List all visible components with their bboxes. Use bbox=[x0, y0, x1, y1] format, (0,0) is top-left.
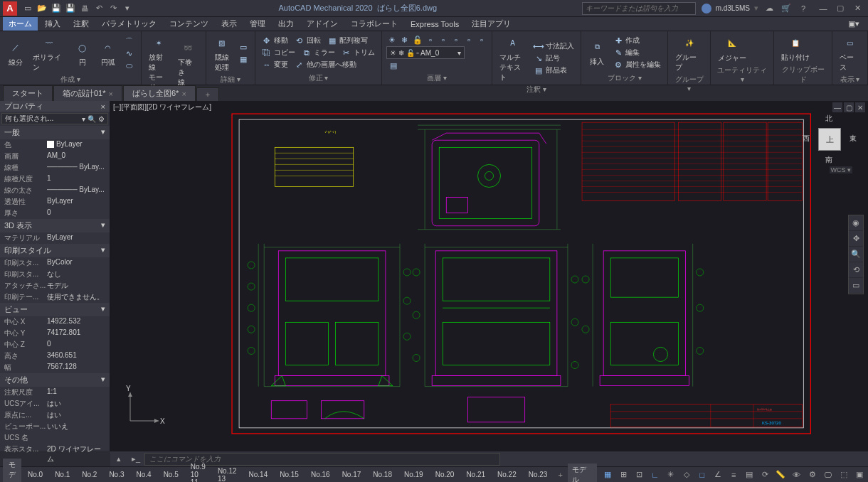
base-button[interactable]: ▭ベース bbox=[837, 33, 863, 74]
prop-row[interactable]: 幅7567.128 bbox=[0, 362, 110, 373]
prop-section-2[interactable]: 印刷スタイル▾ bbox=[0, 244, 110, 257]
prop-row[interactable]: 線の太さ────── ByLay... bbox=[0, 185, 110, 196]
nav-wheel-icon[interactable]: ◉ bbox=[849, 215, 863, 231]
prop-row[interactable]: 印刷スタ...ByColor bbox=[0, 257, 110, 269]
text-button[interactable]: Aマルチテキスト bbox=[497, 33, 529, 84]
qat-undo-icon[interactable]: ↶ bbox=[92, 2, 105, 15]
layout-tab-10[interactable]: No.15 bbox=[274, 469, 305, 480]
create-button[interactable]: ✚作成 bbox=[611, 35, 642, 46]
stretch-button[interactable]: ↔変更 bbox=[260, 59, 290, 70]
panel-label[interactable]: ユーティリティ ▾ bbox=[715, 65, 769, 83]
document-tab-0[interactable]: スタート bbox=[3, 85, 53, 101]
hatch-icon[interactable]: ▦ bbox=[236, 54, 250, 65]
prop-row[interactable]: 原点に...はい bbox=[0, 409, 110, 421]
layer-state-icon-5[interactable]: ▫ bbox=[450, 34, 462, 45]
layout-tab-7[interactable]: No.9 10 11 bbox=[185, 461, 211, 482]
layout-tab-5[interactable]: No.4 bbox=[131, 469, 157, 480]
transparency-icon[interactable]: ▤ bbox=[742, 468, 757, 481]
layout-tab-4[interactable]: No.3 bbox=[103, 469, 129, 480]
annoscale-icon[interactable]: 📏 bbox=[773, 468, 788, 481]
ribbon-tab-3[interactable]: パラメトリック bbox=[96, 17, 162, 31]
ribbon-tab-2[interactable]: 注釈 bbox=[68, 17, 95, 31]
measure-button[interactable]: 📐メジャー bbox=[715, 33, 749, 65]
prop-row[interactable]: 中心 Z0 bbox=[0, 339, 110, 350]
qat-new-icon[interactable]: ▭ bbox=[21, 2, 34, 15]
qat-redo-icon[interactable]: ↷ bbox=[107, 2, 120, 15]
layout-tab-17[interactable]: No.22 bbox=[492, 469, 522, 480]
help-icon[interactable]: ? bbox=[797, 2, 810, 15]
scale-button[interactable]: ⤢他の画層へ移動 bbox=[292, 59, 359, 70]
nav-showmotion-icon[interactable]: ▭ bbox=[849, 278, 863, 294]
line-button[interactable]: ／線分 bbox=[4, 38, 27, 69]
layer-props-button[interactable]: ▤ bbox=[386, 60, 487, 71]
panel-label[interactable]: グループ ▾ bbox=[672, 74, 706, 92]
edit-button[interactable]: ✎編集 bbox=[611, 47, 642, 58]
rect-icon[interactable]: ▭ bbox=[236, 42, 250, 53]
layer-dropdown[interactable]: ☀ ❄ 🔓 ▫ AM_0 ▾ bbox=[386, 46, 465, 59]
ribbon-collapse-icon[interactable]: ▣▾ bbox=[842, 18, 865, 30]
viewport-label[interactable]: [−][平面図][2D ワイヤフレーム] bbox=[113, 102, 211, 112]
layout-tab-8[interactable]: No.12 13 bbox=[212, 466, 243, 483]
prop-section-1[interactable]: 3D 表示▾ bbox=[0, 219, 110, 232]
polar-toggle-icon[interactable]: ✳ bbox=[663, 468, 678, 481]
prop-section-4[interactable]: その他▾ bbox=[0, 373, 110, 387]
prop-row[interactable]: 透過性ByLayer bbox=[0, 196, 110, 208]
lwt-toggle-icon[interactable]: ≡ bbox=[726, 468, 741, 481]
table-button[interactable]: ▤部品表 bbox=[531, 65, 569, 76]
move-button[interactable]: ✥移動 bbox=[260, 35, 290, 46]
close-button[interactable]: ✕ bbox=[850, 2, 865, 15]
properties-close-icon[interactable]: × bbox=[101, 102, 105, 111]
prop-row[interactable]: 中心 Y74172.801 bbox=[0, 328, 110, 339]
arc-button[interactable]: ◠円弧 bbox=[97, 38, 120, 69]
layer-state-icon-2[interactable]: 🔓 bbox=[412, 34, 423, 45]
minimize-button[interactable]: — bbox=[815, 2, 831, 15]
app-logo[interactable]: A bbox=[3, 1, 17, 16]
layout-tab-11[interactable]: No.16 bbox=[305, 469, 336, 480]
spiral-button[interactable]: ➿下巻き線 bbox=[175, 38, 201, 89]
mirror-button[interactable]: ⧉ミラー bbox=[300, 47, 337, 58]
search-input[interactable] bbox=[582, 2, 696, 15]
prop-section-0[interactable]: 一般▾ bbox=[0, 126, 110, 139]
rotate-button[interactable]: ⟲回転 bbox=[292, 35, 323, 46]
qat-plot-icon[interactable]: 🖶 bbox=[78, 2, 91, 15]
quickprops-icon[interactable]: ▣ bbox=[852, 468, 867, 481]
viewport-minimize-icon[interactable]: — bbox=[832, 102, 842, 112]
layout-tab-9[interactable]: No.14 bbox=[243, 469, 274, 480]
drawing-viewport[interactable]: [−][平面図][2D ワイヤフレーム] — ▢ ✕ bbox=[110, 101, 868, 451]
layout-tab-6[interactable]: No.5 bbox=[158, 469, 184, 480]
layout-tab-2[interactable]: No.1 bbox=[49, 469, 75, 480]
tab-close-icon[interactable]: × bbox=[109, 90, 113, 98]
paste-button[interactable]: 📋貼り付け bbox=[778, 33, 813, 64]
layout-tab-15[interactable]: No.20 bbox=[430, 469, 460, 480]
prop-row[interactable]: マテリアルByLayer bbox=[0, 232, 110, 244]
annovis-icon[interactable]: 👁 bbox=[789, 468, 804, 481]
ribbon-tab-1[interactable]: 挿入 bbox=[39, 17, 66, 31]
ribbon-tab-4[interactable]: コンテンツ bbox=[164, 17, 214, 31]
layout-tab-14[interactable]: No.19 bbox=[398, 469, 429, 480]
layout-tab-0[interactable]: モデル bbox=[3, 459, 21, 483]
leader-button[interactable]: ↘記号 bbox=[531, 53, 562, 64]
layout-tab-18[interactable]: No.23 bbox=[523, 469, 554, 480]
ribbon-tab-5[interactable]: 表示 bbox=[216, 17, 243, 31]
layer-state-icon-7[interactable]: ▫ bbox=[476, 34, 487, 45]
fillet-button[interactable]: ✂トリム bbox=[339, 47, 377, 58]
group-button[interactable]: ✨グループ bbox=[672, 33, 706, 74]
prop-row[interactable]: ビューポー...いいえ bbox=[0, 421, 110, 432]
panel-label[interactable]: クリップボード bbox=[778, 64, 827, 85]
drawing-canvas[interactable]: √‾ (√‾ √‾) bbox=[110, 101, 868, 451]
ribbon-tab-0[interactable]: ホーム bbox=[3, 17, 38, 31]
add-layout-button[interactable]: + bbox=[554, 469, 566, 481]
hatch-detail-button[interactable]: ▨隠線処理 bbox=[211, 33, 233, 74]
user-name[interactable]: m.d3L5MS bbox=[716, 4, 750, 12]
prop-row[interactable]: 注釈尺度1:1 bbox=[0, 387, 110, 398]
layout-tab-3[interactable]: No.2 bbox=[76, 469, 102, 480]
prop-row[interactable]: 厚さ0 bbox=[0, 208, 110, 219]
infer-toggle-icon[interactable]: ⊡ bbox=[632, 468, 647, 481]
cycle-icon[interactable]: ⟳ bbox=[758, 468, 773, 481]
prop-row[interactable]: 色ByLayer bbox=[0, 139, 110, 151]
status-space-button[interactable]: モデル bbox=[568, 464, 597, 483]
snap-toggle-icon[interactable]: ⊞ bbox=[616, 468, 631, 481]
prop-row[interactable]: 高さ3460.651 bbox=[0, 350, 110, 362]
units-icon[interactable]: ⬚ bbox=[836, 468, 851, 481]
tab-close-icon[interactable]: × bbox=[181, 90, 186, 98]
